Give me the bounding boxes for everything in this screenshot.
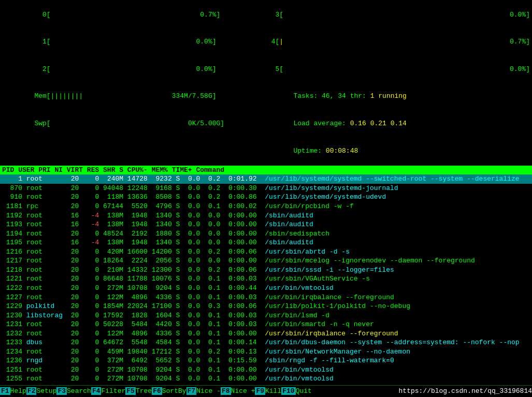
cpu5-row: 5[ 0.0%] — [235, 55, 530, 83]
bottom-key-f4[interactable]: F4Filter — [91, 387, 125, 396]
table-row[interactable]: 1227 root 20 0 122M 4896 4336 S 0.0 0.1 … — [0, 293, 532, 302]
function-key[interactable]: F6 — [152, 387, 162, 395]
process-header: PID USER PRI NI VIRT RES SHR S CPU%- MEM… — [0, 166, 532, 175]
tasks-row: Tasks: 46, 34 thr: 1 running — [261, 83, 530, 110]
cpu0-label: 0[ — [34, 11, 50, 19]
table-row[interactable]: 1222 root 20 0 272M 10708 9204 S 0.0 0.1… — [0, 284, 532, 293]
function-label: Filter — [101, 387, 125, 395]
function-label: SortBy — [162, 387, 186, 395]
cpu-right: 3[ 0.0%] — [235, 1, 530, 28]
table-row[interactable]: 1229 polkitd 20 0 1854M 22024 17100 S 0.… — [0, 302, 532, 311]
bottom-key-f7[interactable]: F7Nice - — [186, 387, 221, 396]
function-key[interactable]: F5 — [125, 387, 136, 395]
table-row[interactable]: 1194 root 20 0 48524 2192 1880 S 0.0 0.0… — [0, 229, 532, 239]
function-label: Quit — [296, 387, 312, 395]
cpu0-val — [51, 11, 196, 19]
function-label: Search — [67, 387, 91, 395]
table-row[interactable]: 1221 root 20 0 86648 11788 10076 S 0.0 0… — [0, 274, 532, 284]
table-row[interactable]: 1251 root 20 0 272M 10708 9204 S 0.0 0.1… — [0, 365, 532, 375]
swp-row: Swp[ 0K/5.00G] — [2, 110, 261, 138]
table-row[interactable]: 1233 dbus 20 0 64672 5548 4584 S 0.0 0.1… — [0, 338, 532, 347]
table-row[interactable]: 1234 root 20 0 459M 19840 17212 S 0.0 0.… — [0, 347, 532, 357]
header-columns: PID USER PRI NI VIRT RES SHR S CPU%- MEM… — [2, 166, 530, 175]
bottom-key-f5[interactable]: F5Tree — [125, 387, 152, 396]
cpu4-row: 4[| 0.7%] — [231, 28, 530, 56]
table-row[interactable]: 870 root 20 0 94048 12248 9168 S 0.0 0.2… — [0, 184, 532, 193]
table-row[interactable]: 1181 rpc 20 0 67144 5520 4796 S 0.0 0.1 … — [0, 202, 532, 211]
function-label: Help — [10, 387, 26, 395]
function-label: Setup — [36, 387, 56, 395]
function-key[interactable]: F8 — [221, 387, 231, 395]
cpu1-row: 1[ 0.0%] — [2, 28, 231, 56]
table-row[interactable]: 1217 root 20 0 18264 2224 2056 S 0.0 0.0… — [0, 256, 532, 266]
table-row[interactable]: 1236 rngd 20 0 372M 6492 5652 S 0.0 0.1 … — [0, 356, 532, 365]
table-row[interactable]: 1232 root 20 0 122M 4896 4336 S 0.0 0.1 … — [0, 329, 532, 339]
process-list: 1 root 20 0 240M 14728 9232 S 0.0 0.2 0:… — [0, 174, 532, 385]
bottom-key-f9[interactable]: F9Kill — [255, 387, 281, 396]
function-key[interactable]: F7 — [186, 387, 197, 395]
table-row[interactable]: 1218 root 20 0 210M 14332 12300 S 0.0 0.… — [0, 266, 532, 275]
function-label: Nice - — [196, 387, 221, 395]
cpu2-row: 2[ 0.0%] — [2, 55, 235, 83]
table-row[interactable]: 1 root 20 0 240M 14728 9232 S 0.0 0.2 0:… — [0, 174, 532, 184]
table-row[interactable]: 1216 root 20 0 420M 16600 14200 S 0.0 0.… — [0, 247, 532, 257]
load-row: Load average: 0.16 0.21 0.14 — [261, 110, 530, 138]
bottom-key-f10[interactable]: F10Quit — [281, 387, 312, 396]
function-label: Tree — [136, 387, 152, 395]
function-key[interactable]: F3 — [56, 387, 67, 395]
function-label: Kill — [265, 387, 281, 395]
table-row[interactable]: 910 root 20 0 118M 13636 8508 S 0.0 0.2 … — [0, 193, 532, 202]
function-key[interactable]: F9 — [255, 387, 265, 395]
bottom-key-f3[interactable]: F3Search — [56, 387, 91, 396]
table-row[interactable]: 1255 root 20 0 272M 10708 9204 S 0.0 0.1… — [0, 374, 532, 384]
function-label: Nice + — [231, 387, 255, 395]
table-row[interactable]: 1230 libstorag 20 0 17592 1828 1604 S 0.… — [0, 311, 532, 320]
top-section: 0[ 0.7%] 3[ 0.0%] 1[ — [0, 0, 532, 166]
bottom-key-f1[interactable]: F1Help — [0, 387, 26, 396]
uptime-row: Uptime: 00:08:48 — [261, 137, 530, 165]
function-key[interactable]: F1 — [0, 387, 10, 395]
bottom-key-f8[interactable]: F8Nice + — [221, 387, 255, 396]
table-row[interactable]: 1193 root 16 -4 138M 1948 1340 S 0.0 0.0… — [0, 220, 532, 229]
table-row[interactable]: 1195 root 16 -4 138M 1948 1340 S 0.0 0.0… — [0, 238, 532, 247]
bottom-bar: F1HelpF2SetupF3SearchF4FilterF5TreeF6Sor… — [0, 385, 532, 397]
bottom-key-f2[interactable]: F2Setup — [26, 387, 57, 396]
table-row[interactable]: 1192 root 16 -4 138M 1948 1340 S 0.0 0.0… — [0, 211, 532, 220]
function-key[interactable]: F4 — [91, 387, 102, 395]
cpu3-label: 3[ — [267, 11, 283, 19]
cpu-left: 0[ 0.7%] — [2, 1, 235, 28]
function-key[interactable]: F2 — [26, 387, 37, 395]
bottom-key-f6[interactable]: F6SortBy — [152, 387, 186, 396]
table-row[interactable]: 1231 root 20 0 50228 5484 4420 S 0.0 0.1… — [0, 320, 532, 329]
mem-row: Mem[|||||||| 334M/7.58G] — [2, 83, 261, 110]
url-display: https://blog.csdn.net/qq_33196814 — [399, 387, 532, 396]
function-key[interactable]: F10 — [281, 387, 295, 395]
